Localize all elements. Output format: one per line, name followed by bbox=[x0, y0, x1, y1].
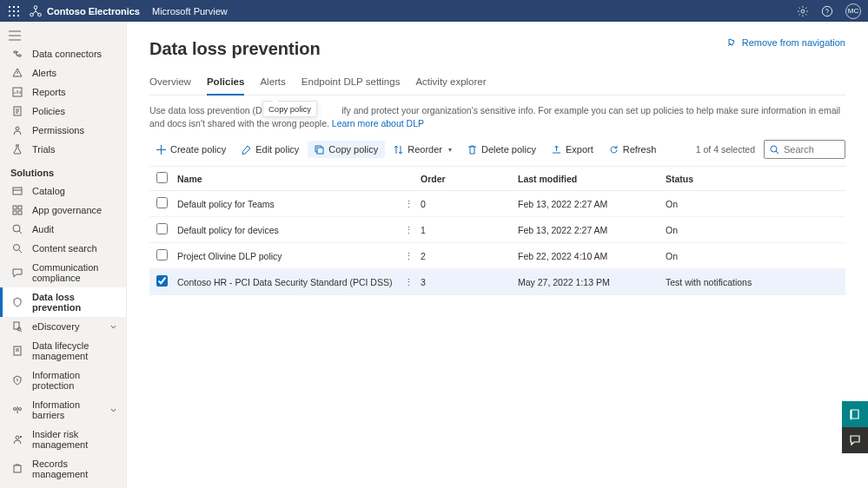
svg-point-13 bbox=[822, 6, 832, 16]
create-policy-button[interactable]: Create policy bbox=[149, 141, 233, 158]
sidebar-item-data-connectors[interactable]: Data connectors bbox=[0, 44, 126, 63]
plus-icon bbox=[156, 145, 166, 155]
delete-policy-button[interactable]: Delete policy bbox=[461, 141, 543, 158]
main-content: Remove from navigation Data loss prevent… bbox=[127, 22, 868, 488]
svg-rect-21 bbox=[18, 211, 22, 214]
book-icon bbox=[849, 408, 861, 420]
svg-point-29 bbox=[16, 436, 19, 439]
table-row[interactable]: Project Olivine DLP policy⋮2Feb 22, 2022… bbox=[149, 243, 845, 269]
tab-activity-explorer[interactable]: Activity explorer bbox=[415, 71, 486, 95]
tab-alerts[interactable]: Alerts bbox=[260, 71, 285, 95]
refresh-button[interactable]: Refresh bbox=[602, 141, 664, 158]
col-header-name[interactable]: Name bbox=[174, 167, 400, 191]
sidebar-item-insider-risk[interactable]: Insider risk management bbox=[0, 425, 126, 454]
sidebar-item-information-protection[interactable]: Information protection bbox=[0, 366, 126, 395]
svg-point-9 bbox=[34, 5, 37, 9]
remove-from-nav-link[interactable]: Remove from navigation bbox=[726, 37, 845, 48]
col-header-order[interactable]: Order bbox=[417, 167, 514, 191]
svg-rect-4 bbox=[13, 10, 15, 12]
sidebar-item-label: Audit bbox=[32, 224, 54, 234]
sidebar-item-reports[interactable]: Reports bbox=[0, 82, 126, 102]
alerts-icon bbox=[11, 68, 23, 78]
search-input[interactable] bbox=[784, 144, 839, 155]
svg-rect-2 bbox=[17, 6, 19, 8]
sidebar-item-audit[interactable]: Audit bbox=[0, 220, 126, 239]
sidebar-item-label: Data connectors bbox=[32, 49, 102, 59]
table-row[interactable]: Default policy for devices⋮1Feb 13, 2022… bbox=[149, 217, 845, 243]
sidebar-item-content-search[interactable]: Content search bbox=[0, 239, 126, 258]
export-button[interactable]: Export bbox=[545, 141, 600, 158]
row-checkbox[interactable] bbox=[156, 275, 168, 287]
sidebar-item-label: Alerts bbox=[32, 68, 56, 78]
sidebar-toggle-icon[interactable] bbox=[0, 27, 126, 44]
col-header-last-modified[interactable]: Last modified bbox=[514, 167, 662, 191]
policies-table: Name Order Last modified Status Default … bbox=[149, 166, 845, 295]
app-launcher-icon[interactable] bbox=[7, 6, 21, 16]
svg-rect-6 bbox=[9, 15, 10, 16]
sidebar-item-privacy-risk[interactable]: Privacy risk management bbox=[0, 484, 126, 488]
row-more-icon[interactable]: ⋮ bbox=[400, 243, 417, 269]
user-avatar[interactable]: MC bbox=[845, 3, 861, 19]
svg-point-28 bbox=[19, 408, 22, 411]
svg-rect-30 bbox=[14, 465, 21, 472]
search-box[interactable] bbox=[764, 140, 845, 159]
sidebar-item-permissions[interactable]: Permissions bbox=[0, 121, 126, 140]
table-row[interactable]: Default policy for Teams⋮0Feb 13, 2022 2… bbox=[149, 191, 845, 217]
top-bar: Contoso Electronics Microsoft Purview MC bbox=[0, 0, 868, 22]
sidebar-item-label: App governance bbox=[32, 205, 102, 215]
row-checkbox[interactable] bbox=[156, 249, 168, 260]
tab-endpoint-dlp-settings[interactable]: Endpoint DLP settings bbox=[301, 71, 401, 95]
cell-name: Contoso HR - PCI Data Security Standard … bbox=[174, 269, 400, 295]
reorder-button[interactable]: Reorder ▾ bbox=[387, 141, 459, 158]
sidebar-item-label: Information barriers bbox=[32, 399, 101, 420]
records-icon bbox=[11, 464, 23, 474]
brand-name[interactable]: Contoso Electronics bbox=[47, 6, 140, 16]
row-checkbox[interactable] bbox=[156, 223, 168, 234]
sidebar-item-catalog[interactable]: Catalog bbox=[0, 181, 126, 201]
policies-icon bbox=[11, 106, 23, 116]
cell-order: 2 bbox=[417, 243, 514, 269]
sidebar-item-data-lifecycle[interactable]: Data lifecycle management bbox=[0, 336, 126, 366]
cell-order: 1 bbox=[417, 217, 514, 243]
sidebar-item-records[interactable]: Records management bbox=[0, 454, 126, 484]
col-header-status[interactable]: Status bbox=[662, 167, 845, 191]
table-row[interactable]: Contoso HR - PCI Data Security Standard … bbox=[149, 269, 845, 295]
dlp-icon bbox=[11, 297, 23, 307]
settings-gear-icon[interactable] bbox=[797, 5, 809, 17]
sidebar-item-ediscovery[interactable]: eDiscovery bbox=[0, 317, 126, 336]
row-checkbox[interactable] bbox=[156, 197, 168, 208]
help-icon[interactable] bbox=[821, 5, 833, 17]
tab-policies[interactable]: Policies bbox=[207, 71, 244, 96]
tab-overview[interactable]: Overview bbox=[149, 71, 191, 95]
row-more-icon[interactable]: ⋮ bbox=[400, 191, 417, 217]
svg-point-23 bbox=[14, 245, 20, 251]
sidebar-item-alerts[interactable]: Alerts bbox=[0, 63, 126, 82]
learn-more-link[interactable]: Learn more about DLP bbox=[332, 118, 424, 129]
product-name[interactable]: Microsoft Purview bbox=[152, 6, 228, 16]
sidebar: Data connectorsAlertsReportsPoliciesPerm… bbox=[0, 22, 127, 488]
feedback-button[interactable] bbox=[842, 427, 868, 453]
cell-name: Default policy for Teams bbox=[174, 191, 400, 217]
cmd-label: Copy policy bbox=[328, 144, 378, 155]
edit-policy-button[interactable]: Edit policy bbox=[235, 141, 306, 158]
copy-icon bbox=[315, 145, 324, 155]
sidebar-item-policies[interactable]: Policies bbox=[0, 102, 126, 121]
unpin-icon bbox=[726, 37, 737, 48]
row-more-icon[interactable]: ⋮ bbox=[400, 217, 417, 243]
sidebar-item-app-governance[interactable]: App governance bbox=[0, 201, 126, 220]
cell-last-modified: Feb 13, 2022 2:27 AM bbox=[514, 217, 662, 243]
sidebar-item-dlp[interactable]: Data loss prevention bbox=[0, 287, 126, 317]
sidebar-item-trials[interactable]: Trials bbox=[0, 140, 126, 159]
svg-rect-0 bbox=[9, 6, 10, 8]
book-help-button[interactable] bbox=[842, 401, 868, 427]
sidebar-item-information-barriers[interactable]: Information barriers bbox=[0, 395, 126, 425]
sidebar-item-communication-compliance[interactable]: Communication compliance bbox=[0, 258, 126, 287]
refresh-icon bbox=[609, 145, 619, 155]
row-more-icon[interactable]: ⋮ bbox=[400, 269, 417, 295]
sidebar-item-label: Insider risk management bbox=[32, 429, 117, 450]
cell-status: On bbox=[662, 243, 845, 269]
cmd-label: Edit policy bbox=[255, 144, 299, 155]
copy-policy-button[interactable]: Copy policy bbox=[308, 141, 385, 158]
selection-count: 1 of 4 selected bbox=[696, 144, 755, 155]
select-all-checkbox[interactable] bbox=[156, 172, 168, 183]
